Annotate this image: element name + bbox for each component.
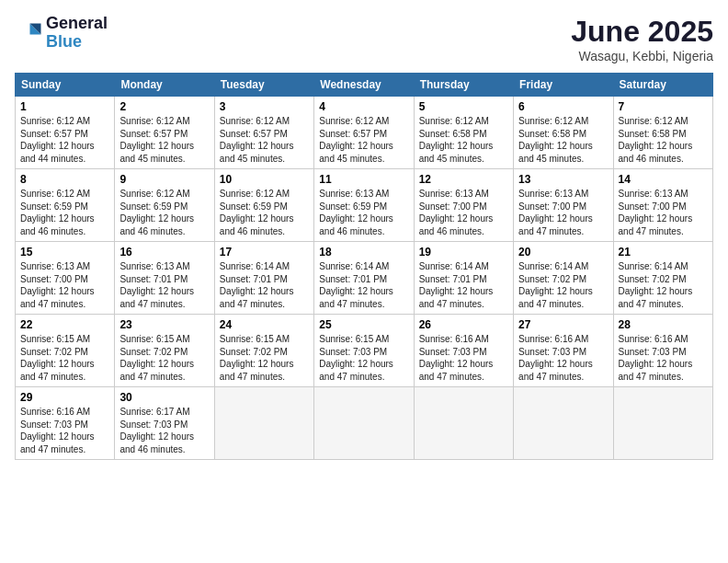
day-details: Sunrise: 6:12 AMSunset: 6:59 PMDaylight:… <box>20 188 109 237</box>
day-details: Sunrise: 6:16 AMSunset: 7:03 PMDaylight:… <box>20 406 109 455</box>
table-row: 20Sunrise: 6:14 AMSunset: 7:02 PMDayligh… <box>514 242 613 315</box>
day-details: Sunrise: 6:17 AMSunset: 7:03 PMDaylight:… <box>119 406 209 455</box>
table-row: 18Sunrise: 6:14 AMSunset: 7:01 PMDayligh… <box>314 242 414 315</box>
day-number: 28 <box>619 318 708 331</box>
day-details: Sunrise: 6:12 AMSunset: 6:57 PMDaylight:… <box>20 115 109 165</box>
calendar-week-row: 1Sunrise: 6:12 AMSunset: 6:57 PMDaylight… <box>16 97 713 169</box>
day-details: Sunrise: 6:13 AMSunset: 7:00 PMDaylight:… <box>20 260 109 310</box>
day-number: 7 <box>619 100 708 113</box>
day-number: 27 <box>518 318 608 331</box>
table-row: 2Sunrise: 6:12 AMSunset: 6:57 PMDaylight… <box>115 97 214 169</box>
col-tuesday: Tuesday <box>214 74 313 97</box>
table-row: 26Sunrise: 6:16 AMSunset: 7:03 PMDayligh… <box>414 315 513 387</box>
calendar-title: June 2025 <box>571 15 713 49</box>
day-details: Sunrise: 6:14 AMSunset: 7:02 PMDaylight:… <box>518 260 608 310</box>
day-details: Sunrise: 6:13 AMSunset: 6:59 PMDaylight:… <box>319 188 408 237</box>
day-number: 24 <box>220 318 309 331</box>
day-number: 16 <box>119 246 209 259</box>
logo-line2: Blue <box>46 33 108 52</box>
col-wednesday: Wednesday <box>314 74 414 97</box>
day-details: Sunrise: 6:15 AMSunset: 7:02 PMDaylight:… <box>20 333 109 383</box>
title-block: June 2025 Wasagu, Kebbi, Nigeria <box>571 15 713 63</box>
table-row: 9Sunrise: 6:12 AMSunset: 6:59 PMDaylight… <box>115 169 214 242</box>
day-number: 9 <box>119 173 209 186</box>
table-row: 24Sunrise: 6:15 AMSunset: 7:02 PMDayligh… <box>214 315 313 387</box>
table-row <box>314 387 414 460</box>
table-row: 14Sunrise: 6:13 AMSunset: 7:00 PMDayligh… <box>613 169 712 242</box>
day-details: Sunrise: 6:13 AMSunset: 7:01 PMDaylight:… <box>119 260 209 310</box>
day-details: Sunrise: 6:16 AMSunset: 7:03 PMDaylight:… <box>619 333 708 383</box>
table-row: 7Sunrise: 6:12 AMSunset: 6:58 PMDaylight… <box>613 97 712 169</box>
calendar-week-row: 15Sunrise: 6:13 AMSunset: 7:00 PMDayligh… <box>16 242 713 315</box>
day-number: 20 <box>518 246 608 259</box>
day-number: 2 <box>119 100 209 113</box>
day-details: Sunrise: 6:15 AMSunset: 7:02 PMDaylight:… <box>220 333 309 383</box>
day-details: Sunrise: 6:12 AMSunset: 6:58 PMDaylight:… <box>518 115 608 165</box>
day-details: Sunrise: 6:13 AMSunset: 7:00 PMDaylight:… <box>619 188 708 237</box>
day-number: 12 <box>419 173 508 186</box>
day-details: Sunrise: 6:12 AMSunset: 6:59 PMDaylight:… <box>220 188 309 237</box>
calendar-subtitle: Wasagu, Kebbi, Nigeria <box>571 49 713 63</box>
day-details: Sunrise: 6:15 AMSunset: 7:02 PMDaylight:… <box>119 333 209 383</box>
logo-line1: General <box>46 15 108 33</box>
day-number: 21 <box>619 246 708 259</box>
table-row: 16Sunrise: 6:13 AMSunset: 7:01 PMDayligh… <box>115 242 214 315</box>
day-details: Sunrise: 6:16 AMSunset: 7:03 PMDaylight:… <box>419 333 508 383</box>
day-number: 11 <box>319 173 408 186</box>
table-row: 13Sunrise: 6:13 AMSunset: 7:00 PMDayligh… <box>514 169 613 242</box>
table-row: 17Sunrise: 6:14 AMSunset: 7:01 PMDayligh… <box>214 242 313 315</box>
table-row: 21Sunrise: 6:14 AMSunset: 7:02 PMDayligh… <box>613 242 712 315</box>
day-number: 26 <box>419 318 508 331</box>
table-row: 4Sunrise: 6:12 AMSunset: 6:57 PMDaylight… <box>314 97 414 169</box>
calendar-week-row: 8Sunrise: 6:12 AMSunset: 6:59 PMDaylight… <box>16 169 713 242</box>
table-row: 8Sunrise: 6:12 AMSunset: 6:59 PMDaylight… <box>16 169 115 242</box>
table-row: 15Sunrise: 6:13 AMSunset: 7:00 PMDayligh… <box>16 242 115 315</box>
day-number: 25 <box>319 318 408 331</box>
day-number: 8 <box>20 173 109 186</box>
table-row <box>613 387 712 460</box>
day-number: 23 <box>119 318 209 331</box>
day-number: 15 <box>20 246 109 259</box>
day-number: 30 <box>119 391 209 404</box>
day-number: 1 <box>20 100 109 113</box>
table-row: 25Sunrise: 6:15 AMSunset: 7:03 PMDayligh… <box>314 315 414 387</box>
calendar-week-row: 22Sunrise: 6:15 AMSunset: 7:02 PMDayligh… <box>16 315 713 387</box>
logo-icon <box>15 19 42 47</box>
day-number: 4 <box>319 100 408 113</box>
calendar-header-row: Sunday Monday Tuesday Wednesday Thursday… <box>16 74 713 97</box>
col-monday: Monday <box>115 74 214 97</box>
day-details: Sunrise: 6:13 AMSunset: 7:00 PMDaylight:… <box>518 188 608 237</box>
table-row: 3Sunrise: 6:12 AMSunset: 6:57 PMDaylight… <box>214 97 313 169</box>
day-details: Sunrise: 6:12 AMSunset: 6:58 PMDaylight:… <box>619 115 708 165</box>
col-saturday: Saturday <box>613 74 712 97</box>
day-number: 18 <box>319 246 408 259</box>
table-row: 28Sunrise: 6:16 AMSunset: 7:03 PMDayligh… <box>613 315 712 387</box>
day-number: 19 <box>419 246 508 259</box>
day-details: Sunrise: 6:12 AMSunset: 6:57 PMDaylight:… <box>119 115 209 165</box>
day-number: 3 <box>220 100 309 113</box>
table-row: 1Sunrise: 6:12 AMSunset: 6:57 PMDaylight… <box>16 97 115 169</box>
table-row <box>414 387 513 460</box>
day-number: 22 <box>20 318 109 331</box>
day-details: Sunrise: 6:16 AMSunset: 7:03 PMDaylight:… <box>518 333 608 383</box>
table-row: 27Sunrise: 6:16 AMSunset: 7:03 PMDayligh… <box>514 315 613 387</box>
day-number: 29 <box>20 391 109 404</box>
table-row: 10Sunrise: 6:12 AMSunset: 6:59 PMDayligh… <box>214 169 313 242</box>
day-details: Sunrise: 6:14 AMSunset: 7:02 PMDaylight:… <box>619 260 708 310</box>
day-number: 14 <box>619 173 708 186</box>
day-details: Sunrise: 6:14 AMSunset: 7:01 PMDaylight:… <box>419 260 508 310</box>
table-row: 11Sunrise: 6:13 AMSunset: 6:59 PMDayligh… <box>314 169 414 242</box>
table-row: 22Sunrise: 6:15 AMSunset: 7:02 PMDayligh… <box>16 315 115 387</box>
day-details: Sunrise: 6:12 AMSunset: 6:57 PMDaylight:… <box>319 115 408 165</box>
col-thursday: Thursday <box>414 74 513 97</box>
calendar-table: Sunday Monday Tuesday Wednesday Thursday… <box>15 73 713 460</box>
table-row: 29Sunrise: 6:16 AMSunset: 7:03 PMDayligh… <box>16 387 115 460</box>
day-details: Sunrise: 6:12 AMSunset: 6:59 PMDaylight:… <box>119 188 209 237</box>
table-row: 12Sunrise: 6:13 AMSunset: 7:00 PMDayligh… <box>414 169 513 242</box>
table-row <box>514 387 613 460</box>
col-sunday: Sunday <box>16 74 115 97</box>
day-details: Sunrise: 6:12 AMSunset: 6:58 PMDaylight:… <box>419 115 508 165</box>
day-details: Sunrise: 6:12 AMSunset: 6:57 PMDaylight:… <box>220 115 309 165</box>
day-number: 13 <box>518 173 608 186</box>
day-details: Sunrise: 6:14 AMSunset: 7:01 PMDaylight:… <box>220 260 309 310</box>
